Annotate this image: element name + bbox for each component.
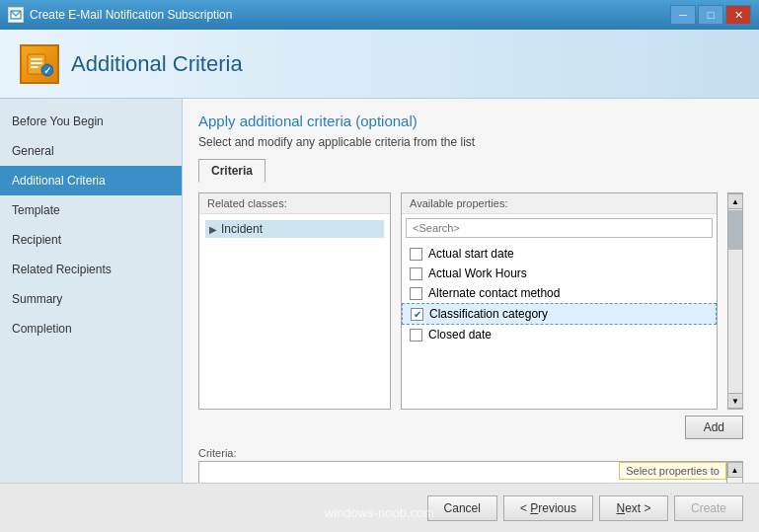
- checkbox-actual-start-date[interactable]: [410, 248, 422, 261]
- available-props-label: Available properties:: [402, 193, 717, 214]
- sidebar-item-template[interactable]: Template: [0, 195, 182, 225]
- tree-expand-icon: ▶: [209, 224, 217, 235]
- sidebar-item-related-recipients[interactable]: Related Recipients: [0, 255, 182, 284]
- list-item[interactable]: Closed date: [402, 325, 717, 344]
- minimize-button[interactable]: ─: [670, 5, 696, 25]
- list-item[interactable]: ✔ Classification category: [402, 303, 717, 325]
- sidebar-item-general[interactable]: General: [0, 136, 182, 166]
- prop-label: Alternate contact method: [428, 286, 560, 300]
- criteria-box: Select properties to ▲ ▼: [198, 461, 743, 483]
- tab-bar: Criteria: [198, 159, 743, 183]
- list-item[interactable]: Actual start date: [402, 244, 717, 264]
- header-icon: ✓: [20, 44, 59, 84]
- prop-label: Actual Work Hours: [428, 266, 527, 280]
- list-item[interactable]: Alternate contact method: [402, 283, 717, 303]
- criteria-label: Criteria:: [198, 447, 743, 459]
- page-title: Additional Criteria: [71, 51, 243, 77]
- main-layout: Before You Begin General Additional Crit…: [0, 99, 759, 483]
- scroll-down-button[interactable]: ▼: [727, 393, 743, 409]
- svg-rect-4: [31, 66, 38, 68]
- cancel-button[interactable]: Cancel: [427, 495, 497, 521]
- content-subtitle: Select and modify any applicable criteri…: [198, 135, 743, 149]
- sidebar: Before You Begin General Additional Crit…: [0, 99, 183, 483]
- svg-rect-2: [31, 58, 42, 60]
- title-bar: Create E-Mail Notification Subscription …: [0, 0, 759, 30]
- sidebar-item-before-you-begin[interactable]: Before You Begin: [0, 107, 182, 136]
- available-properties-panel: Available properties: Actual start date …: [401, 192, 718, 410]
- related-classes-body: ▶ Incident: [199, 214, 390, 409]
- checkbox-alternate-contact[interactable]: [410, 287, 422, 300]
- add-button[interactable]: Add: [685, 416, 743, 439]
- list-item[interactable]: Actual Work Hours: [402, 264, 717, 283]
- prop-label: Classification category: [429, 307, 548, 321]
- prop-label: Actual start date: [428, 247, 514, 261]
- next-button[interactable]: Next >: [599, 495, 668, 521]
- svg-rect-3: [31, 62, 42, 64]
- criteria-scrollbar[interactable]: ▲ ▼: [726, 462, 742, 483]
- window-title: Create E-Mail Notification Subscription: [30, 8, 232, 22]
- related-classes-panel: Related classes: ▶ Incident: [198, 192, 391, 410]
- checkbox-closed-date[interactable]: [410, 329, 422, 342]
- content-area: Apply additional criteria (optional) Sel…: [183, 99, 759, 483]
- page-header: ✓ Additional Criteria: [0, 30, 759, 99]
- add-button-row: Add: [198, 416, 743, 439]
- scroll-track: [728, 209, 742, 393]
- footer: Cancel < Previous Next > Create: [0, 483, 759, 532]
- window-controls: ─ □ ✕: [670, 5, 751, 25]
- close-button[interactable]: ✕: [725, 5, 751, 25]
- tree-item-incident[interactable]: ▶ Incident: [205, 220, 384, 238]
- criteria-main: Select properties to: [199, 462, 726, 483]
- tree-item-label: Incident: [221, 222, 263, 236]
- scroll-up-button[interactable]: ▲: [727, 193, 743, 209]
- checkbox-classification[interactable]: ✔: [411, 308, 423, 321]
- criteria-hint: Select properties to: [619, 462, 726, 480]
- criteria-section: Criteria: Select properties to ▲ ▼: [198, 447, 743, 483]
- criteria-scroll-up[interactable]: ▲: [727, 462, 743, 478]
- criteria-panels: Related classes: ▶ Incident Available pr…: [198, 192, 743, 410]
- scroll-thumb[interactable]: [728, 210, 742, 250]
- tab-criteria[interactable]: Criteria: [198, 159, 266, 183]
- svg-text:✓: ✓: [43, 65, 51, 76]
- sidebar-item-additional-criteria[interactable]: Additional Criteria: [0, 166, 182, 195]
- create-button[interactable]: Create: [674, 495, 743, 521]
- content-title: Apply additional criteria (optional): [198, 113, 743, 129]
- related-classes-label: Related classes:: [199, 193, 390, 214]
- properties-list: Actual start date Actual Work Hours Alte…: [402, 242, 717, 409]
- sidebar-item-recipient[interactable]: Recipient: [0, 225, 182, 255]
- sidebar-item-summary[interactable]: Summary: [0, 284, 182, 314]
- checkbox-actual-work-hours[interactable]: [410, 267, 422, 280]
- sidebar-item-completion[interactable]: Completion: [0, 314, 182, 343]
- properties-scrollbar[interactable]: ▲ ▼: [727, 192, 743, 410]
- prop-label: Closed date: [428, 328, 492, 342]
- maximize-button[interactable]: □: [698, 5, 723, 25]
- search-input[interactable]: [406, 218, 713, 238]
- app-icon: [8, 7, 24, 23]
- previous-button[interactable]: < Previous: [503, 495, 593, 521]
